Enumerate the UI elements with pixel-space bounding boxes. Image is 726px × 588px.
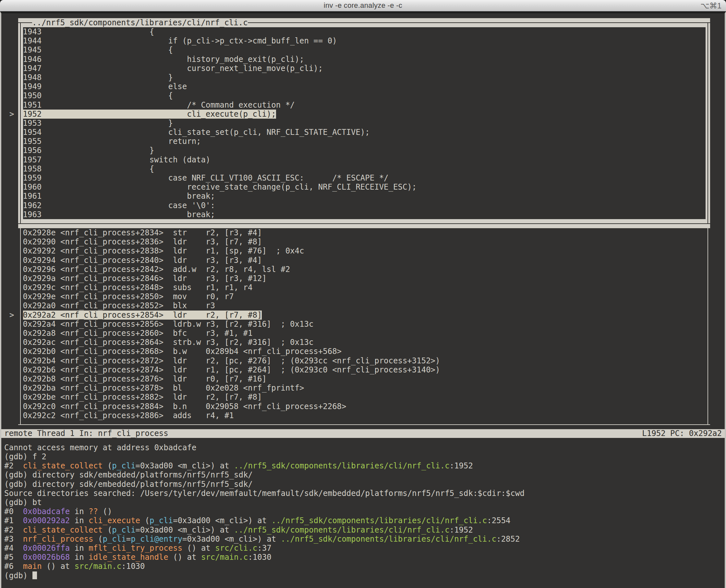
- terminal-cursor[interactable]: [33, 571, 37, 579]
- panel-border-right: [706, 246, 710, 255]
- line-gutter: [1, 411, 18, 420]
- line-gutter: [1, 356, 18, 365]
- panel-border-right: [706, 137, 710, 146]
- console-prompt-line[interactable]: (gdb): [4, 571, 725, 580]
- panel-border-right: [706, 73, 710, 82]
- source-panel-title: ../nrf5_sdk/components/libraries/cli/nrf…: [32, 18, 248, 27]
- console-segment-path: ../nrf5_sdk/components/libraries/cli/nrf…: [281, 534, 497, 544]
- console-line: #0 0x0badcafe in ?? (): [4, 507, 725, 516]
- console-segment-addr: 0x00026ffa: [23, 544, 70, 553]
- source-line-text: 1950 {: [23, 91, 706, 100]
- panel-border-right: [706, 393, 710, 402]
- source-line: 1951 /* Command execution */: [1, 101, 725, 109]
- console-line: (gdb) bt: [4, 498, 725, 507]
- asm-line-text: 0x292a2 <nrf_cli_process+2854> ldr r2, […: [23, 311, 706, 320]
- line-gutter: >: [1, 311, 18, 320]
- console-segment-path: ../nrf5_sdk/components/libraries/cli/nrf…: [271, 516, 487, 525]
- asm-line-text: 0x292b4 <nrf_cli_process+2872> ldr r2, […: [23, 356, 706, 365]
- panel-border-right: [706, 329, 710, 338]
- panel-border-left: [18, 283, 23, 292]
- source-line-text: 1952 cli_execute(p_cli);: [23, 109, 706, 119]
- console-segment-fg: #2: [4, 525, 23, 534]
- console-segment-fg: in: [70, 553, 88, 562]
- asm-line: 0x2929c <nrf_cli_process+2848> subs r1, …: [1, 283, 725, 292]
- border-corner-left: [20, 420, 21, 424]
- source-line: 1954 cli_state_set(p_cli, NRF_CLI_STATE_…: [1, 128, 725, 137]
- source-line: 1945 {: [1, 45, 725, 55]
- gdb-console[interactable]: Cannot access memory at address 0xbadcaf…: [1, 438, 725, 580]
- console-line: #5 0x00026b68 in idle_state_handle () at…: [4, 553, 725, 562]
- line-gutter: [1, 228, 18, 237]
- panel-border-left: [18, 55, 23, 64]
- panel-border-right: [706, 82, 710, 91]
- asm-line-text: 0x292be <nrf_cli_process+2882> ldr r2, […: [23, 393, 706, 402]
- panel-border-left: [18, 164, 23, 173]
- console-segment-func: main: [23, 562, 42, 571]
- source-line-text: 1949 else: [23, 82, 706, 91]
- asm-line-text: 0x292a0 <nrf_cli_process+2852> blx r3: [23, 301, 706, 310]
- source-line: 1950 {: [1, 91, 725, 100]
- line-gutter: [1, 82, 18, 91]
- panel-border-right: [706, 164, 710, 173]
- line-gutter: [1, 64, 18, 73]
- window-titlebar[interactable]: inv -e core.analyze -e -c ⌥⌘1: [0, 0, 726, 11]
- status-bar: remote Thread 1 In: nrf_cli_process L195…: [1, 429, 725, 438]
- console-line: #3 nrf_cli_process (p_cli=p_cli@entry=0x…: [4, 534, 725, 544]
- panel-border-right: [706, 411, 710, 420]
- asm-line-text: 0x292c0 <nrf_cli_process+2884> b.n 0x290…: [23, 402, 706, 411]
- panel-border-right: [706, 228, 710, 237]
- line-gutter: [1, 155, 18, 164]
- source-line-text: 1963 break;: [23, 210, 706, 219]
- console-segment-fg: =0x3ad00 <m_cli>) at: [173, 516, 271, 525]
- line-gutter: [1, 283, 18, 292]
- asm-line-text: 0x2928e <nrf_cli_process+2834> str r2, […: [23, 228, 706, 237]
- current-line-highlight: 0x292a2 <nrf_cli_process+2854> ldr r2, […: [23, 311, 262, 320]
- console-segment-fg: (: [102, 461, 112, 470]
- console-segment-fg: #3: [4, 534, 23, 544]
- console-segment-func: ??: [88, 507, 98, 516]
- line-gutter: [1, 91, 18, 100]
- line-gutter: [1, 137, 18, 146]
- panel-border-right: [706, 356, 710, 365]
- panel-border-right: [706, 237, 710, 246]
- window-shortcut-badge: ⌥⌘1: [700, 1, 722, 10]
- window-title: inv -e core.analyze -e -c: [324, 1, 402, 10]
- panel-border-left: [18, 119, 23, 128]
- panel-border-right: [706, 265, 710, 274]
- source-line: 1953 }: [1, 119, 725, 128]
- panel-border-right: [706, 192, 710, 201]
- panel-border-right: [706, 283, 710, 292]
- source-line-text: 1955 return;: [23, 137, 706, 146]
- asm-line: 0x2928e <nrf_cli_process+2834> str r2, […: [1, 228, 725, 237]
- exec-point-marker-icon: >: [9, 109, 14, 119]
- panel-border-right: [706, 301, 710, 310]
- asm-line: >0x292a2 <nrf_cli_process+2854> ldr r2, …: [1, 311, 725, 320]
- asm-line-text: 0x2929c <nrf_cli_process+2848> subs r1, …: [23, 283, 706, 292]
- asm-line: 0x292b8 <nrf_cli_process+2876> ldr r0, […: [1, 374, 725, 383]
- asm-line: 0x292c2 <nrf_cli_process+2886> adds r4, …: [1, 411, 725, 420]
- console-segment-var: p_cli: [112, 461, 135, 470]
- panel-border-left: [18, 265, 23, 274]
- source-line: 1944 if (p_cli->p_ctx->cmd_buff_len == 0…: [1, 36, 725, 45]
- console-line: (gdb) f 2: [4, 452, 725, 461]
- source-line-text: 1960 receive_state_change(p_cli, NRF_CLI…: [23, 183, 706, 192]
- line-gutter: [1, 36, 18, 45]
- source-line-text: 1946 history_mode_exit(p_cli);: [23, 55, 706, 64]
- panel-border-left: [18, 183, 23, 192]
- gdb-tui: ../nrf5_sdk/components/libraries/cli/nrf…: [1, 13, 725, 580]
- terminal-window: inv -e core.analyze -e -c ⌥⌘1 ../nrf5_sd…: [0, 0, 726, 588]
- border-corner-right: [707, 22, 708, 27]
- console-segment-func: mflt_cli_try_process: [88, 544, 182, 553]
- console-segment-fg: :37: [257, 544, 271, 553]
- source-line-text: 1951 /* Command execution */: [23, 101, 706, 109]
- panel-border-right: [706, 128, 710, 137]
- asm-line: 0x29292 <nrf_cli_process+2838> ldr r1, […: [1, 246, 725, 255]
- terminal-body[interactable]: ../nrf5_sdk/components/libraries/cli/nrf…: [0, 11, 726, 588]
- line-gutter: [1, 173, 18, 183]
- console-segment-fg: :1030: [248, 553, 271, 562]
- panel-border-right: [706, 338, 710, 347]
- console-line: (gdb) directory sdk/embedded/platforms/n…: [4, 480, 725, 489]
- asm-line: 0x2929e <nrf_cli_process+2850> mov r0, r…: [1, 292, 725, 301]
- line-gutter: [1, 256, 18, 265]
- panel-border-left: [18, 356, 23, 365]
